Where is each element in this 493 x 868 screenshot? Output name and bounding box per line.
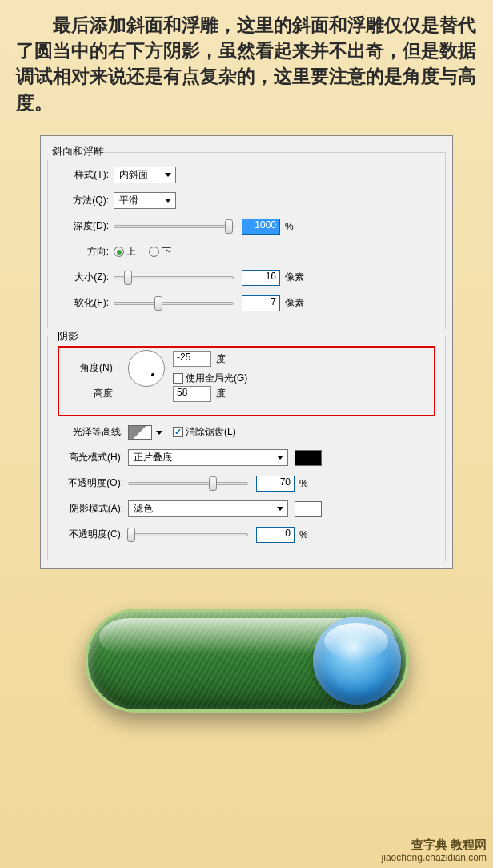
size-slider[interactable] bbox=[114, 276, 234, 279]
size-label: 大小(Z): bbox=[58, 271, 114, 284]
direction-down-radio[interactable] bbox=[149, 247, 159, 257]
shadow-opacity-label: 不透明度(C): bbox=[58, 528, 128, 541]
highlight-mode-label: 高光模式(H): bbox=[58, 451, 128, 464]
direction-up-label: 上 bbox=[126, 245, 136, 259]
altitude-unit: 度 bbox=[216, 387, 226, 400]
method-label: 方法(Q): bbox=[58, 194, 114, 207]
shadow-color-swatch[interactable] bbox=[295, 501, 322, 517]
shadow-mode-dropdown[interactable]: 滤色 bbox=[128, 500, 288, 517]
highlight-opacity-label: 不透明度(O): bbox=[58, 476, 128, 490]
contour-label: 光泽等高线: bbox=[58, 425, 128, 439]
shadow-mode-label: 阴影模式(A): bbox=[58, 502, 128, 516]
highlight-opacity-slider[interactable] bbox=[128, 482, 248, 485]
intro-paragraph: 最后添加斜面和浮雕，这里的斜面和浮雕仅仅是替代了圆当中的右下方阴影，虽然看起来并… bbox=[0, 0, 493, 123]
method-dropdown[interactable]: 平滑 bbox=[114, 192, 176, 209]
highlight-color-swatch[interactable] bbox=[295, 450, 322, 466]
contour-picker[interactable] bbox=[128, 425, 152, 440]
angle-label: 角度(N): bbox=[64, 361, 120, 375]
highlight-opacity-input[interactable]: 70 bbox=[256, 476, 295, 492]
button-knob bbox=[313, 617, 401, 705]
size-input[interactable]: 16 bbox=[242, 270, 280, 286]
depth-slider[interactable] bbox=[114, 225, 234, 228]
size-unit: 像素 bbox=[285, 271, 304, 284]
antialias-checkbox[interactable] bbox=[173, 427, 183, 437]
soften-label: 软化(F): bbox=[58, 296, 114, 310]
depth-label: 深度(D): bbox=[58, 219, 114, 233]
altitude-input[interactable]: 58 bbox=[173, 386, 211, 402]
soften-slider[interactable] bbox=[114, 302, 234, 305]
watermark-brand: 查字典 教程网 bbox=[382, 838, 487, 852]
style-label: 样式(T): bbox=[58, 168, 114, 182]
antialias-label: 消除锯齿(L) bbox=[186, 425, 236, 439]
watermark: 查字典 教程网 jiaocheng.chazidian.com bbox=[382, 838, 487, 863]
highlight-mode-dropdown[interactable]: 正片叠底 bbox=[128, 449, 288, 466]
angle-unit: 度 bbox=[216, 352, 226, 366]
global-light-label: 使用全局光(G) bbox=[186, 372, 247, 385]
result-button-preview bbox=[85, 609, 409, 713]
shadow-opacity-slider[interactable] bbox=[128, 533, 248, 536]
highlight-opacity-unit: % bbox=[299, 478, 308, 489]
direction-up-radio[interactable] bbox=[114, 247, 124, 257]
watermark-url: jiaocheng.chazidian.com bbox=[382, 852, 487, 863]
global-light-checkbox[interactable] bbox=[173, 373, 183, 384]
soften-unit: 像素 bbox=[285, 296, 304, 310]
depth-unit: % bbox=[285, 221, 294, 232]
depth-input[interactable]: 1000 bbox=[242, 219, 280, 235]
altitude-label: 高度: bbox=[64, 387, 120, 400]
button-track bbox=[85, 609, 409, 713]
angle-input[interactable]: -25 bbox=[173, 351, 211, 367]
direction-label: 方向: bbox=[58, 245, 114, 259]
shading-fieldset: 阴影 角度(N): -25 度 使用全局光(G) 高度: bbox=[47, 336, 446, 561]
soften-input[interactable]: 7 bbox=[242, 295, 280, 311]
shadow-opacity-input[interactable]: 0 bbox=[256, 527, 295, 543]
angle-wheel[interactable] bbox=[128, 350, 165, 387]
highlight-box: 角度(N): -25 度 使用全局光(G) 高度: 58 度 bbox=[58, 346, 435, 416]
shadow-opacity-unit: % bbox=[299, 529, 308, 540]
bevel-emboss-panel: 斜面和浮雕 结构 样式(T): 内斜面 方法(Q): 平滑 深度(D): 100… bbox=[40, 135, 453, 569]
style-dropdown[interactable]: 内斜面 bbox=[114, 167, 176, 183]
panel-title: 斜面和浮雕 bbox=[41, 141, 104, 159]
shading-title: 阴影 bbox=[54, 329, 82, 344]
direction-down-label: 下 bbox=[162, 245, 171, 259]
structure-fieldset: 结构 样式(T): 内斜面 方法(Q): 平滑 深度(D): 1000 % 方向… bbox=[47, 152, 446, 329]
